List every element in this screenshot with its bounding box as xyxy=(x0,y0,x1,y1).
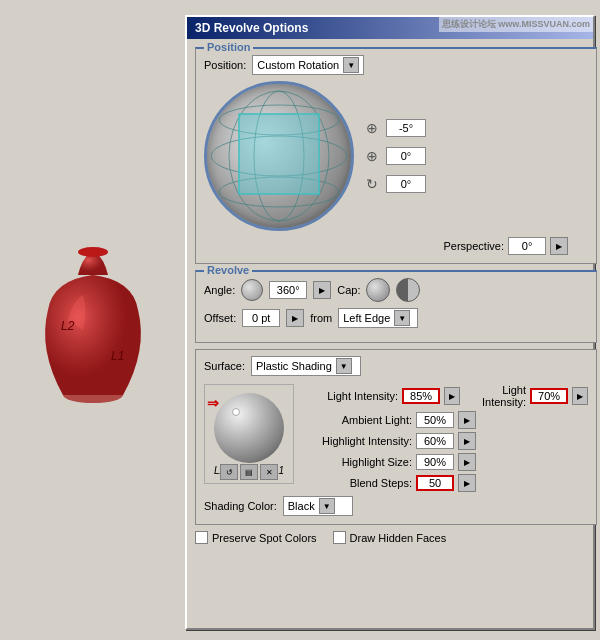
dialog-titlebar: 3D Revolve Options 思练设计论坛 www.MISSVUAN.c… xyxy=(187,17,593,39)
angle-label: Angle: xyxy=(204,284,235,296)
rot-z-icon: ↻ xyxy=(362,174,382,194)
blend-steps-label: Blend Steps: xyxy=(302,477,412,489)
position-label: Position: xyxy=(204,59,246,71)
perspective-label: Perspective: xyxy=(444,240,505,252)
cap-label: Cap: xyxy=(337,284,360,296)
offset-input[interactable] xyxy=(242,309,280,327)
position-dropdown[interactable]: Custom Rotation ▼ xyxy=(252,55,364,75)
shading-dropdown-value: Black xyxy=(288,500,315,512)
position-section-title: Position xyxy=(204,41,253,53)
ambient-label: Ambient Light: xyxy=(302,414,412,426)
light-intensity-label1: Light Intensity: xyxy=(302,390,398,402)
svg-text:L2: L2 xyxy=(61,319,75,333)
highlight-size-label: Highlight Size: xyxy=(302,456,412,468)
light-intensity-row1: Light Intensity: ▶ Light Intensity: ▶ xyxy=(302,384,588,408)
sphere-preview: L2 ⇒ L1 ⇒ ↺ ▤ ✕ xyxy=(204,384,294,484)
surface-section: Surface: Plastic Shading ▼ xyxy=(195,349,597,525)
perspective-arrow-btn[interactable]: ▶ xyxy=(550,237,568,255)
angle-input[interactable] xyxy=(269,281,307,299)
arrow-left: ⇒ xyxy=(207,395,219,411)
globe[interactable] xyxy=(204,81,354,231)
preserve-spot-checkbox[interactable] xyxy=(195,531,208,544)
position-dropdown-value: Custom Rotation xyxy=(257,59,339,71)
watermark: 思练设计论坛 www.MISSVUAN.com xyxy=(439,17,593,32)
angle-control[interactable] xyxy=(241,279,263,301)
ambient-row: Ambient Light: ▶ xyxy=(302,411,588,429)
shading-dropdown[interactable]: Black ▼ xyxy=(283,496,353,516)
light-dot xyxy=(232,408,240,416)
ambient-input[interactable] xyxy=(416,412,454,428)
from-dropdown-arrow[interactable]: ▼ xyxy=(394,310,410,326)
light-intensity-input2[interactable] xyxy=(530,388,568,404)
from-dropdown-value: Left Edge xyxy=(343,312,390,324)
offset-label: Offset: xyxy=(204,312,236,324)
preserve-spot-check[interactable]: Preserve Spot Colors xyxy=(195,531,317,544)
highlight-size-row: Highlight Size: ▶ xyxy=(302,453,588,471)
rot-z-input[interactable] xyxy=(386,175,426,193)
blend-steps-input[interactable] xyxy=(416,475,454,491)
prev-btn-2[interactable]: ▤ xyxy=(240,464,258,480)
globe-container xyxy=(204,81,354,231)
li1-arrow-btn[interactable]: ▶ xyxy=(444,387,460,405)
preserve-spot-label: Preserve Spot Colors xyxy=(212,532,317,544)
dialog: 3D Revolve Options 思练设计论坛 www.MISSVUAN.c… xyxy=(185,15,595,630)
red-arrow-left: ⇒ xyxy=(207,395,219,411)
cap-half-icon[interactable] xyxy=(396,278,420,302)
from-dropdown[interactable]: Left Edge ▼ xyxy=(338,308,418,328)
blend-steps-row: Blend Steps: ▶ xyxy=(302,474,588,492)
rot-row-x: ⊕ xyxy=(362,118,426,138)
revolve-angle-row: Angle: ▶ Cap: xyxy=(204,278,588,302)
dialog-content: Position Position: Custom Rotation ▼ xyxy=(187,39,593,552)
shading-row: Shading Color: Black ▼ xyxy=(204,496,588,516)
rot-row-y: ⊕ xyxy=(362,146,426,166)
shading-label: Shading Color: xyxy=(204,500,277,512)
prev-btn-3[interactable]: ✕ xyxy=(260,464,278,480)
rotation-controls: ⊕ ⊕ ↻ xyxy=(362,118,426,194)
svg-rect-9 xyxy=(239,114,319,194)
rot-y-icon: ⊕ xyxy=(362,146,382,166)
li2-arrow-btn[interactable]: ▶ xyxy=(572,387,588,405)
rot-y-input[interactable] xyxy=(386,147,426,165)
bs-arrow-btn[interactable]: ▶ xyxy=(458,474,476,492)
ambient-arrow-btn[interactable]: ▶ xyxy=(458,411,476,429)
prev-btn-1[interactable]: ↺ xyxy=(220,464,238,480)
globe-grid-svg xyxy=(207,84,351,228)
light-intensity-input1[interactable] xyxy=(402,388,440,404)
surface-dropdown-arrow[interactable]: ▼ xyxy=(336,358,352,374)
hi-arrow-btn[interactable]: ▶ xyxy=(458,432,476,450)
rot-x-icon: ⊕ xyxy=(362,118,382,138)
vase-svg: L2 L1 xyxy=(23,230,163,430)
draw-hidden-check[interactable]: Draw Hidden Faces xyxy=(333,531,447,544)
hs-arrow-btn[interactable]: ▶ xyxy=(458,453,476,471)
perspective-input[interactable] xyxy=(508,237,546,255)
surface-header: Surface: Plastic Shading ▼ xyxy=(204,356,588,376)
bottom-checks: Preserve Spot Colors Draw Hidden Faces xyxy=(195,531,597,544)
rot-x-input[interactable] xyxy=(386,119,426,137)
cap-full-icon[interactable] xyxy=(366,278,390,302)
highlight-intensity-row: Highlight Intensity: ▶ xyxy=(302,432,588,450)
offset-arrow-btn[interactable]: ▶ xyxy=(286,309,304,327)
svg-point-1 xyxy=(78,247,108,257)
angle-arrow-btn[interactable]: ▶ xyxy=(313,281,331,299)
highlight-size-input[interactable] xyxy=(416,454,454,470)
preview-controls: ↺ ▤ ✕ xyxy=(220,464,278,480)
rotation-widget: ⊕ ⊕ ↻ xyxy=(204,81,588,231)
rot-row-z: ↻ xyxy=(362,174,426,194)
light-intensity-label2: Light Intensity: xyxy=(464,384,526,408)
draw-hidden-checkbox[interactable] xyxy=(333,531,346,544)
revolve-section-title: Revolve xyxy=(204,264,252,276)
main-area: Position Position: Custom Rotation ▼ xyxy=(195,47,597,544)
vase-container: L2 L1 xyxy=(23,230,163,410)
preview-sphere xyxy=(214,393,284,463)
revolve-offset-row: Offset: ▶ from Left Edge ▼ xyxy=(204,308,588,328)
shading-dropdown-arrow[interactable]: ▼ xyxy=(319,498,335,514)
highlight-intensity-label: Highlight Intensity: xyxy=(302,435,412,447)
dialog-title: 3D Revolve Options xyxy=(195,21,308,35)
surface-dropdown[interactable]: Plastic Shading ▼ xyxy=(251,356,361,376)
position-header: Position: Custom Rotation ▼ xyxy=(204,55,588,75)
surface-body: L2 ⇒ L1 ⇒ ↺ ▤ ✕ xyxy=(204,384,588,492)
surface-dropdown-value: Plastic Shading xyxy=(256,360,332,372)
revolve-section: Revolve Angle: ▶ Cap: Offset: ▶ from xyxy=(195,270,597,343)
highlight-intensity-input[interactable] xyxy=(416,433,454,449)
position-dropdown-arrow[interactable]: ▼ xyxy=(343,57,359,73)
